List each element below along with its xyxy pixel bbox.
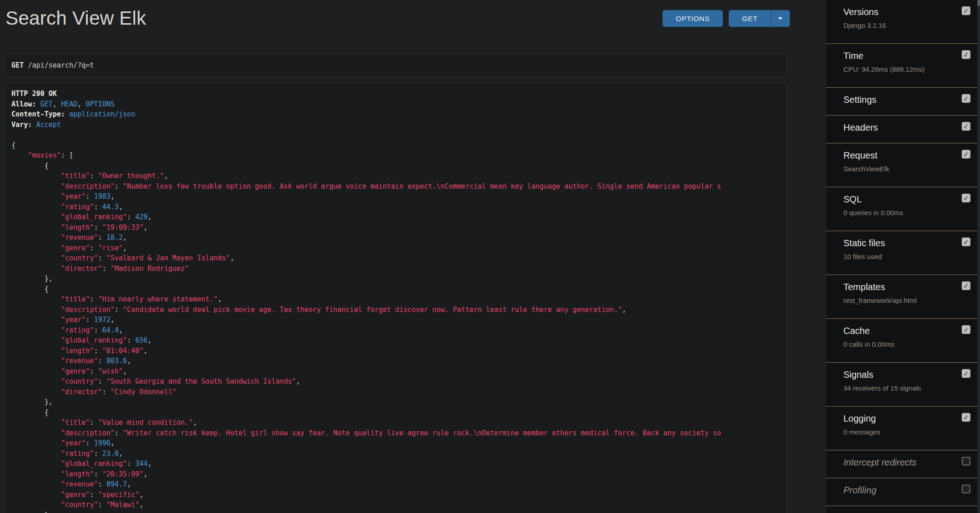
panel-checkbox-settings[interactable]: ✓ [962, 94, 970, 103]
panel-checkbox-sql[interactable]: ✓ [962, 194, 970, 202]
panel-subtitle-cache: 0 calls in 0.00ms [843, 340, 955, 348]
main-content: Search View Elk OPTIONS GET GET /api/sea… [5, 0, 787, 513]
panel-title-intercept-redirects[interactable]: Intercept redirects [843, 457, 916, 468]
panel-subtitle-sql: 0 queries in 0.00ms [843, 209, 955, 217]
debug-panel-sql: SQL0 queries in 0.00ms✓ [826, 187, 977, 231]
panel-checkbox-request[interactable]: ✓ [962, 150, 970, 159]
debug-panel-headers: Headers✓ [826, 116, 977, 143]
debug-panel-time: TimeCPU: 94.26ms (888.12ms)✓ [826, 44, 977, 88]
panel-subtitle-logging: 0 messages [843, 428, 955, 436]
panel-checkbox-time[interactable]: ✓ [962, 50, 970, 59]
panel-checkbox-static-files[interactable]: ✓ [962, 238, 970, 246]
debug-panel-request: RequestSearchViewElk✓ [826, 143, 977, 187]
page-title: Search View Elk [5, 7, 146, 29]
panel-title-static-files[interactable]: Static files [843, 238, 885, 249]
request-path-spacer [24, 61, 28, 69]
debug-panel-logging: Logging0 messages✓ [826, 407, 977, 450]
get-button[interactable]: GET [729, 10, 771, 27]
page-scrollbar[interactable] [977, 0, 980, 513]
panel-subtitle-request: SearchViewElk [843, 165, 955, 173]
panel-title-time[interactable]: Time [843, 51, 863, 61]
debug-panel-signals: Signals34 receivers of 15 signals✓ [826, 363, 977, 407]
request-method: GET [11, 61, 24, 69]
panel-checkbox-cache[interactable]: ✓ [962, 325, 970, 334]
panel-title-logging[interactable]: Logging [843, 413, 876, 424]
panel-checkbox-templates[interactable]: ✓ [962, 281, 970, 290]
get-button-group: GET [729, 10, 790, 27]
caret-down-icon [778, 17, 783, 20]
panel-title-versions[interactable]: Versions [843, 7, 879, 17]
panel-subtitle-versions: Django 3.2.16 [843, 21, 955, 29]
debug-panel-static-files: Static files10 files used✓ [826, 231, 977, 275]
panel-title-headers[interactable]: Headers [843, 122, 878, 133]
options-button[interactable]: OPTIONS [662, 10, 723, 27]
response-panel: HTTP 200 OK Allow: GET, HEAD, OPTIONS Co… [5, 83, 787, 513]
panel-checkbox-versions[interactable]: ✓ [962, 6, 970, 15]
debug-toolbar-sidebar: VersionsDjango 3.2.16✓TimeCPU: 94.26ms (… [826, 0, 977, 513]
panel-title-settings[interactable]: Settings [843, 95, 876, 105]
panel-title-request[interactable]: Request [843, 150, 878, 161]
panel-checkbox-logging[interactable]: ✓ [962, 413, 970, 422]
panel-title-signals[interactable]: Signals [843, 370, 874, 380]
panel-checkbox-intercept-redirects[interactable] [962, 457, 970, 465]
page-scrollbar-thumb[interactable] [977, 0, 980, 6]
panel-checkbox-profiling[interactable] [962, 485, 970, 493]
panel-subtitle-static-files: 10 files used [843, 253, 955, 260]
request-path: /api/search/?q=t [28, 61, 94, 69]
panel-subtitle-templates: rest_framework/api.html [843, 296, 955, 304]
panel-title-cache[interactable]: Cache [843, 326, 870, 336]
panel-subtitle-time: CPU: 94.26ms (888.12ms) [843, 65, 955, 73]
debug-panel-settings: Settings✓ [826, 88, 977, 116]
debug-panel-templates: Templatesrest_framework/api.html✓ [826, 275, 977, 319]
request-line: GET /api/search/?q=t [5, 54, 787, 77]
get-format-dropdown-button[interactable] [771, 10, 790, 27]
panel-checkbox-headers[interactable]: ✓ [962, 122, 970, 131]
debug-panel-profiling: Profiling [826, 478, 977, 506]
panel-subtitle-signals: 34 receivers of 15 signals [843, 384, 955, 392]
debug-panel-intercept-redirects: Intercept redirects [826, 450, 977, 478]
panel-title-sql[interactable]: SQL [843, 194, 862, 205]
debug-panel-cache: Cache0 calls in 0.00ms✓ [826, 319, 977, 363]
debug-panel-versions: VersionsDjango 3.2.16✓ [826, 0, 977, 44]
panel-title-templates[interactable]: Templates [843, 282, 885, 292]
panel-checkbox-signals[interactable]: ✓ [962, 369, 970, 378]
response-body: HTTP 200 OK Allow: GET, HEAD, OPTIONS Co… [11, 89, 780, 513]
panel-title-profiling[interactable]: Profiling [843, 485, 876, 496]
action-buttons: OPTIONS GET [662, 10, 790, 27]
